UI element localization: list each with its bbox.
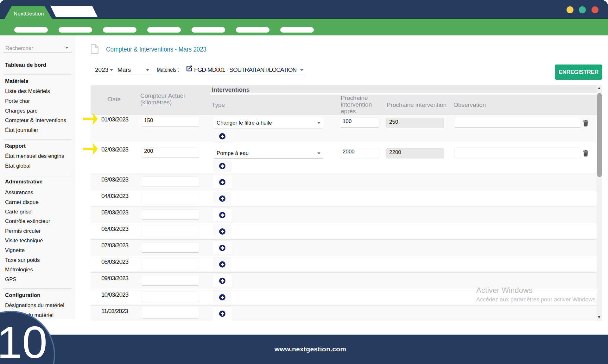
svg-text:10: 10 [0, 317, 48, 364]
